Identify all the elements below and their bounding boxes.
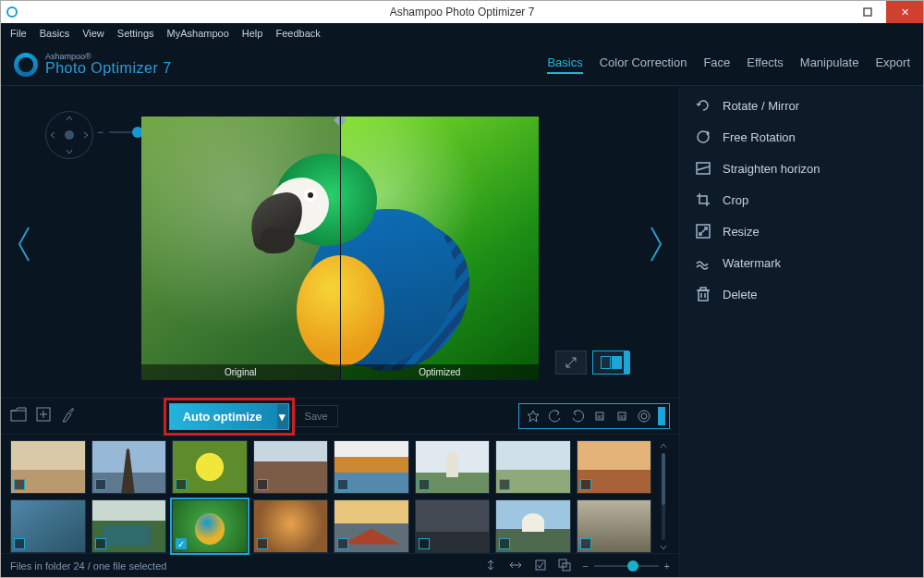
thumbnail[interactable] [91, 440, 167, 494]
fit-width-icon[interactable] [508, 560, 523, 572]
window-title: Ashampoo Photo Optimizer 7 [390, 6, 535, 18]
thumbnail-checkbox[interactable] [257, 479, 268, 490]
open-folder-icon[interactable] [10, 407, 27, 425]
thumbnail[interactable] [577, 440, 652, 494]
add-image-icon[interactable] [36, 407, 51, 425]
pan-control[interactable] [45, 111, 93, 159]
side-free-rotation[interactable]: Free Rotation [680, 121, 923, 153]
thumbnail[interactable] [172, 440, 248, 494]
tab-face[interactable]: Face [703, 55, 730, 74]
maximize-button[interactable] [849, 1, 886, 23]
side-straighten-horizon[interactable]: Straighten horizon [680, 153, 923, 184]
thumbnail-checkbox[interactable] [14, 479, 25, 490]
auto-optimize-button[interactable]: Auto optimize ▾ [169, 403, 289, 430]
svg-text:90: 90 [619, 414, 626, 420]
menu-feedback[interactable]: Feedback [275, 28, 320, 39]
side-label: Delete [723, 288, 758, 301]
select-all-icon[interactable] [534, 559, 547, 573]
quick-tools-dropdown[interactable] [658, 407, 665, 425]
side-rotate-mirror[interactable]: Rotate / Mirror [680, 90, 923, 121]
compare-divider[interactable] [340, 117, 341, 380]
thumbnail-checkbox[interactable] [419, 479, 430, 490]
status-text: Files in folder 24 / one file selected [10, 560, 166, 572]
thumbnail[interactable] [577, 499, 652, 553]
thumbnail[interactable] [172, 499, 248, 553]
side-label: Free Rotation [723, 130, 796, 144]
auto-optimize-dropdown[interactable]: ▾ [277, 404, 288, 429]
side-label: Rotate / Mirror [723, 99, 799, 113]
thumbnail[interactable] [91, 499, 167, 553]
rotate-left-icon[interactable]: 90 [590, 407, 610, 425]
svg-line-2 [566, 358, 576, 367]
thumbnail[interactable] [334, 440, 409, 494]
settings-gear-icon[interactable] [634, 407, 654, 425]
thumbnail-checkbox[interactable] [176, 479, 187, 490]
fullscreen-button[interactable] [555, 350, 587, 375]
basics-panel: Rotate / Mirror Free Rotation Straighten… [679, 86, 923, 577]
thumbnail-checkbox[interactable] [337, 538, 348, 549]
thumbnail-checkbox[interactable] [580, 479, 591, 490]
auto-optimize-label: Auto optimize [183, 410, 262, 424]
side-watermark[interactable]: Watermark [680, 247, 923, 278]
prev-image-button[interactable] [6, 224, 42, 264]
tab-basics[interactable]: Basics [547, 55, 582, 74]
minimize-button[interactable] [812, 1, 849, 23]
zoom-out-icon[interactable]: − [97, 126, 103, 139]
thumbnail[interactable] [253, 440, 329, 494]
thumbnail-scrollbar[interactable] [657, 440, 670, 553]
menu-view[interactable]: View [82, 28, 104, 39]
image-preview[interactable]: Original Optimized [141, 117, 539, 380]
thumbnail[interactable] [495, 440, 571, 494]
thumbnail-zoom-slider[interactable]: −+ [582, 560, 670, 572]
thumbnail[interactable] [10, 440, 86, 494]
undo-icon[interactable] [545, 407, 565, 425]
deselect-all-icon[interactable] [558, 559, 571, 573]
thumbnail[interactable] [415, 440, 491, 494]
thumbnail-checkbox[interactable] [337, 479, 348, 490]
side-resize[interactable]: Resize [680, 215, 923, 247]
menu-settings[interactable]: Settings [117, 28, 154, 39]
thumbnail-checkbox[interactable] [257, 538, 268, 549]
menu-help[interactable]: Help [242, 28, 263, 39]
svg-rect-25 [699, 290, 708, 301]
thumbnail[interactable] [253, 499, 329, 553]
side-delete[interactable]: Delete [680, 278, 923, 310]
redo-icon[interactable] [567, 407, 588, 425]
top-tabs: Basics Color Correction Face Effects Man… [547, 55, 910, 74]
quick-tools: 90 90 [518, 403, 670, 429]
thumbnail-checkbox[interactable] [499, 538, 510, 549]
thumbnail-checkbox[interactable] [580, 538, 591, 549]
thumbnail-checkbox[interactable] [95, 538, 106, 549]
tab-effects[interactable]: Effects [747, 55, 784, 74]
side-label: Straighten horizon [723, 162, 821, 176]
thumbnail-checkbox[interactable] [419, 538, 430, 549]
thumbnail[interactable] [415, 499, 491, 553]
thumbnail-checkbox[interactable] [176, 538, 187, 549]
side-crop[interactable]: Crop [680, 184, 923, 215]
thumbnail[interactable] [495, 499, 571, 553]
thumbnail[interactable] [10, 499, 86, 553]
menu-basics[interactable]: Basics [40, 28, 69, 39]
tab-export[interactable]: Export [875, 55, 910, 74]
thumbnail[interactable] [334, 499, 409, 553]
thumbnail-checkbox[interactable] [14, 538, 25, 549]
svg-rect-29 [700, 288, 706, 290]
menu-file[interactable]: File [10, 28, 27, 39]
brush-icon[interactable] [60, 406, 75, 426]
close-button[interactable]: ✕ [886, 1, 923, 23]
thumbnail-grid [10, 440, 651, 553]
rotate-right-icon[interactable]: 90 [612, 407, 632, 425]
sort-icon[interactable] [484, 559, 497, 573]
compare-mode-button[interactable] [592, 350, 629, 375]
thumbnail-checkbox[interactable] [95, 479, 106, 490]
menu-myashampoo[interactable]: MyAshampoo [167, 28, 229, 39]
tab-color-correction[interactable]: Color Correction [600, 55, 687, 74]
next-image-button[interactable] [638, 224, 674, 264]
favorite-icon[interactable] [523, 407, 543, 425]
save-button[interactable]: Save [295, 405, 338, 427]
thumbnail-checkbox[interactable] [499, 479, 510, 490]
side-label: Crop [723, 193, 748, 207]
titlebar: Ashampoo Photo Optimizer 7 ✕ [1, 1, 923, 23]
svg-line-24 [699, 228, 707, 235]
tab-manipulate[interactable]: Manipulate [800, 55, 859, 74]
